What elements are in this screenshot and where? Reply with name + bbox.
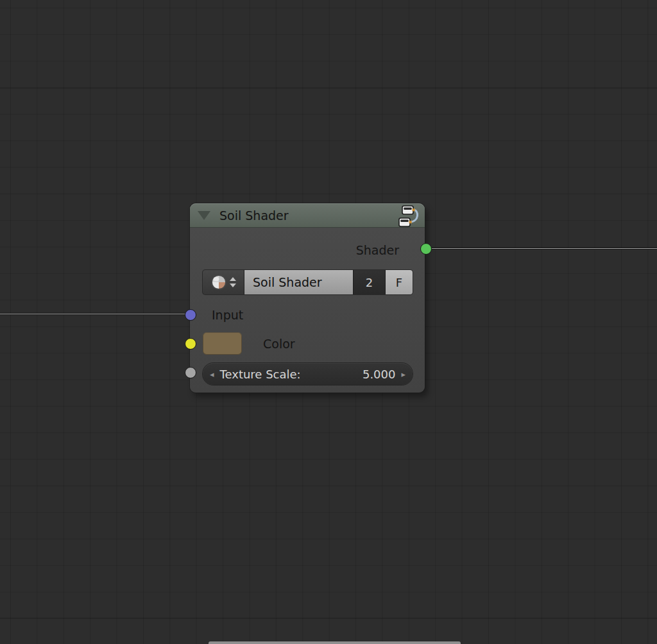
datablock-name-field[interactable] bbox=[244, 270, 353, 294]
link-wire-input[interactable] bbox=[0, 313, 187, 315]
node-group-icon bbox=[395, 203, 420, 229]
material-sphere-icon bbox=[210, 274, 227, 291]
datablock-browse-button[interactable] bbox=[203, 270, 244, 294]
input-label-color: Color bbox=[263, 335, 295, 353]
input-socket-color[interactable] bbox=[185, 338, 196, 350]
node-soil-shader[interactable]: Soil Shader Shader bbox=[190, 203, 425, 393]
slider-decrease-arrow[interactable]: ◂ bbox=[210, 370, 214, 378]
input-socket-input[interactable] bbox=[185, 309, 196, 321]
slider-increase-arrow[interactable]: ▸ bbox=[401, 370, 405, 378]
input-socket-texture-scale[interactable] bbox=[185, 367, 196, 378]
partial-node-top-edge[interactable] bbox=[209, 641, 461, 644]
input-label-input: Input bbox=[212, 306, 243, 324]
fake-user-button[interactable]: F bbox=[386, 270, 413, 294]
color-swatch[interactable] bbox=[203, 332, 242, 355]
users-count-button[interactable]: 2 bbox=[354, 270, 385, 294]
output-label-shader: Shader bbox=[356, 241, 399, 259]
node-title: Soil Shader bbox=[219, 208, 289, 223]
link-wire-shader[interactable] bbox=[425, 248, 657, 250]
up-down-arrows-icon bbox=[230, 277, 236, 287]
collapse-triangle-icon[interactable] bbox=[198, 211, 210, 220]
node-header[interactable]: Soil Shader bbox=[190, 203, 425, 228]
texture-scale-slider[interactable]: ◂ Texture Scale: 5.000 ▸ bbox=[203, 363, 413, 385]
datablock-selector: 2 F bbox=[203, 270, 413, 294]
grid-major-line bbox=[0, 88, 657, 89]
output-socket-shader[interactable] bbox=[420, 243, 432, 255]
datablock-name-segment bbox=[244, 270, 353, 294]
grid-major-line bbox=[0, 618, 657, 618]
slider-label: Texture Scale: bbox=[220, 368, 301, 381]
slider-value: 5.000 bbox=[363, 368, 396, 381]
node-editor-canvas[interactable]: Soil Shader Shader bbox=[0, 0, 657, 644]
